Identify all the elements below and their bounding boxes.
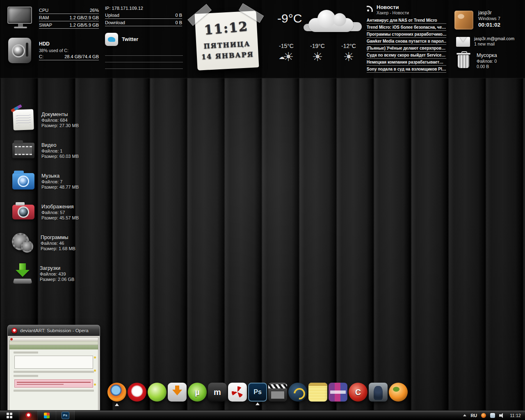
recycle-bin-widget[interactable]: Мусорка Файлов: 0 0.00 B (456, 52, 522, 69)
taskbar-photoshop-button[interactable]: Ps (56, 411, 75, 420)
download-meter: Download 0 B (105, 19, 182, 26)
taskbar-explorer-button[interactable] (38, 411, 56, 420)
twitter-widget[interactable]: Twitter (105, 33, 183, 69)
photoshop-icon: Ps (62, 412, 69, 419)
dock-icon-notes[interactable] (308, 383, 327, 402)
hdd-meter: C: 28.4 GB/74.4 GB (39, 53, 99, 60)
taskbar: Ps RU 11:12 (0, 410, 525, 420)
dock-icon-movies[interactable] (268, 383, 287, 402)
folder-documents[interactable]: Документы Файлов: 684 Размер: 27.30 MB (11, 108, 79, 131)
partly-cloudy-icon: ☁☀ (273, 49, 299, 65)
folder-files: Файлов: 46 (41, 241, 75, 246)
twitter-label: Twitter (122, 37, 138, 42)
thumbnail-page-header (9, 345, 98, 349)
trash-files: Файлов: 0 (477, 59, 522, 64)
dock-icon-utorrent[interactable]: µ (188, 383, 207, 402)
forecast-temp: -15°C (273, 43, 299, 49)
folder-files: Файлов: 57 (41, 210, 79, 215)
tweet-placeholder-line (105, 56, 183, 62)
dock-icon-counter-strike[interactable] (369, 383, 388, 402)
news-feed-widget[interactable]: Новости Хакер - Новости Антивирус для NA… (367, 4, 446, 73)
note-date: 14 января (197, 50, 259, 61)
folder-size: Размер: 60.03 MB (41, 154, 79, 159)
folder-files: Файлов: 439 (40, 272, 74, 276)
news-item[interactable]: Немецкая компания разрабатывает… (367, 59, 446, 66)
folder-files: Файлов: 7 (41, 179, 79, 184)
opera-window-preview[interactable]: deviantART: Submission - Opera (7, 325, 100, 412)
user-uptime: 00:01:02 (478, 22, 520, 28)
volume-icon[interactable] (499, 413, 506, 418)
cloud-icon (308, 18, 354, 32)
dock-icon-ccleaner[interactable]: C (349, 383, 368, 402)
news-item[interactable]: Судя по всему скоро выйдет Service… (367, 52, 446, 59)
folder-size: Размер: 1.68 MB (41, 246, 75, 251)
camera-icon (11, 201, 35, 224)
swap-meter: SWAP 1.2 GB/5.9 GB (39, 21, 99, 29)
news-item[interactable]: Trend Micro: iOS более безопасна, че… (367, 24, 446, 31)
news-item[interactable]: Антивирус для NAS от Trend Micro (367, 17, 446, 24)
sun-icon: ☀ (336, 49, 362, 65)
folder-images[interactable]: Изображения Файлов: 57 Размер: 45.57 MB (11, 201, 79, 224)
weather-forecast-widget[interactable]: -15°C ☁☀ -19°C ☀ -12°C ☀ (273, 43, 362, 65)
language-indicator[interactable]: RU (470, 413, 477, 418)
folder-programs[interactable]: Программы Файлов: 46 Размер: 1.68 MB (11, 231, 79, 254)
dock-icon-firefox[interactable] (107, 383, 126, 402)
news-source: Хакер - Новости (377, 10, 446, 15)
dock-icon-adobe-reader[interactable] (228, 383, 247, 402)
tray-icon[interactable] (481, 413, 486, 418)
folder-name: Видео (41, 142, 79, 148)
network-monitor-widget[interactable]: IP: 178.171.109.12 Upload 0 B Download 0… (105, 6, 182, 26)
computer-icon[interactable] (7, 7, 34, 30)
taskbar-clock[interactable]: 11:12 (510, 413, 521, 418)
system-tray: RU 11:12 (463, 411, 525, 420)
news-item[interactable]: Gawker Media снова путается в парол… (367, 38, 446, 45)
mail-widget[interactable]: jasp3r.m@gmail.com 1 new mail (455, 36, 521, 46)
dock-icon-miranda[interactable]: m (208, 383, 227, 402)
hdd-drive-value: 28.4 GB/74.4 GB (64, 54, 99, 59)
opera-window-titlebar[interactable]: deviantART: Submission - Opera (7, 325, 100, 336)
running-indicator (115, 403, 119, 406)
taskbar-opera-button[interactable] (19, 411, 38, 420)
upload-meter: Upload 0 B (105, 11, 182, 19)
user-name: jasp3r (478, 10, 520, 16)
folder-downloads[interactable]: Загрузки Файлов: 439 Размер: 2.06 GB (11, 262, 79, 285)
clock-note-widget[interactable]: 11:12 пятница 14 января (194, 11, 259, 71)
thumbnail-tabbar (9, 341, 98, 345)
dock-icon-aimp[interactable] (288, 383, 307, 402)
system-monitor-widget[interactable]: CPU 26% RAM 1.2 GB/2.9 GB SWAP 1.2 GB/5.… (39, 7, 99, 29)
folder-name: Документы (41, 112, 79, 117)
documents-icon (11, 108, 35, 131)
news-item[interactable]: (Пьяные) Учёные делают сверхпров… (367, 45, 446, 52)
folder-music[interactable]: Музыка Файлов: 7 Размер: 48.77 MB (11, 170, 79, 193)
news-item[interactable]: Sony подала в суд на взломщиков Pl… (367, 66, 446, 73)
sun-icon: ☀ (304, 49, 331, 65)
dock-icon-photoshop[interactable]: Ps (248, 383, 267, 402)
rss-icon (367, 5, 374, 12)
user-info-widget[interactable]: jasp3r Windows 7 00:01:02 (454, 10, 520, 28)
trash-icon[interactable] (458, 55, 469, 68)
twitter-icon[interactable] (105, 33, 118, 46)
cpu-label: CPU (39, 8, 48, 13)
dock-icon-limewire[interactable] (148, 383, 167, 402)
folder-files: Файлов: 1 (41, 148, 79, 153)
hdd-monitor-widget[interactable]: HDD 38% used of C: C: 28.4 GB/74.4 GB (39, 41, 99, 60)
dock-icon-opera[interactable] (128, 383, 146, 402)
news-item[interactable]: Программы сторонних разработчико… (367, 31, 446, 38)
folder-name: Программы (41, 235, 75, 240)
dock-icon-downloader[interactable] (168, 383, 187, 402)
videos-icon (11, 139, 35, 162)
mail-icon[interactable] (456, 37, 470, 47)
hdd-drive-icon[interactable] (8, 38, 31, 63)
thumbnail-text-line (14, 390, 94, 392)
forecast-day: -15°C ☁☀ (273, 43, 299, 65)
dock-icon-winrar[interactable] (329, 383, 347, 402)
show-hidden-icons-button[interactable] (463, 414, 466, 416)
dock-icon-zuma[interactable] (389, 383, 408, 402)
start-button[interactable] (0, 411, 19, 420)
swap-label: SWAP (39, 23, 52, 27)
tray-icon[interactable] (490, 413, 495, 418)
folder-videos[interactable]: Видео Файлов: 1 Размер: 60.03 MB (11, 139, 79, 162)
opera-icon (25, 412, 32, 418)
ram-value: 1.2 GB/2.9 GB (69, 15, 99, 20)
download-arrow-icon (11, 262, 34, 285)
